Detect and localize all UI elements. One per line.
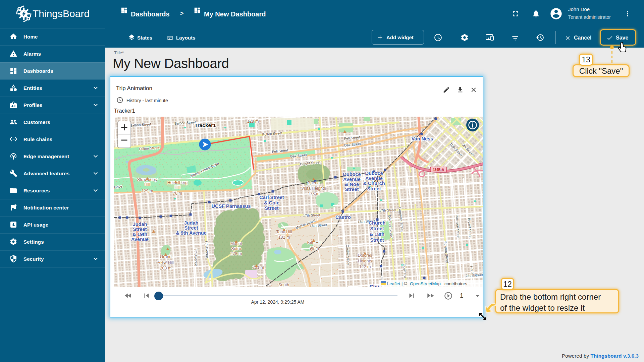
- svg-text:Judah: Judah: [133, 222, 147, 227]
- svg-text:South: South: [278, 283, 289, 287]
- svg-text:contributors: contributors: [444, 281, 467, 286]
- svg-text:129 m: 129 m: [142, 189, 153, 193]
- svg-text:Street: Street: [345, 187, 359, 192]
- svg-text:9th Avenue: 9th Avenue: [194, 249, 198, 266]
- svg-text:Van Ness: Van Ness: [412, 136, 433, 141]
- svg-text:& Church: & Church: [363, 181, 385, 186]
- svg-text:Castro Street: Castro Street: [345, 245, 350, 265]
- svg-text:76 m: 76 m: [173, 191, 182, 196]
- svg-text:Tracker1: Tracker1: [195, 122, 216, 128]
- svg-text:Heights: Heights: [358, 259, 372, 263]
- svg-text:View Hill: View Hill: [158, 260, 174, 265]
- svg-text:Vista Heights: Vista Heights: [301, 186, 326, 191]
- svg-text:Street: Street: [367, 186, 381, 191]
- svg-text:278 m: 278 m: [230, 251, 242, 256]
- svg-text:Church: Church: [369, 220, 386, 226]
- svg-text:& 9th Avenue: & 9th Avenue: [176, 230, 207, 236]
- svg-text:Duboce: Duboce: [343, 172, 361, 177]
- svg-text:434B:A: 434B:A: [433, 168, 444, 172]
- svg-text:Carl Street: Carl Street: [259, 195, 284, 200]
- svg-text:| ©: | ©: [401, 281, 407, 286]
- svg-text:UCSF Parnassus: UCSF Parnassus: [212, 203, 251, 209]
- svg-text:Heidelberg: Heidelberg: [167, 180, 188, 185]
- svg-text:251 m: 251 m: [253, 265, 264, 270]
- svg-text:OpenStreetMap: OpenStreetMap: [410, 281, 441, 286]
- svg-text:Hill: Hill: [144, 182, 150, 187]
- svg-text:& 19th: & 19th: [132, 232, 147, 237]
- svg-text:203 m: 203 m: [160, 266, 172, 270]
- svg-text:Street: Street: [370, 226, 384, 231]
- svg-text:Duboce: Duboce: [365, 171, 383, 176]
- svg-text:Sutro: Sutro: [231, 246, 241, 251]
- svg-text:Avenue: Avenue: [131, 237, 149, 242]
- svg-text:Street: Street: [133, 227, 147, 232]
- svg-text:Street: Street: [370, 237, 384, 243]
- svg-text:Buena: Buena: [308, 181, 320, 185]
- svg-text:Avenue: Avenue: [343, 177, 361, 182]
- svg-text:17th Street: 17th Street: [303, 213, 320, 218]
- svg-text:Judah: Judah: [184, 220, 199, 226]
- svg-text:173 m: 173 m: [308, 191, 320, 196]
- svg-text:Hill: Hill: [174, 185, 180, 190]
- svg-text:& 18th: & 18th: [370, 232, 384, 237]
- svg-text:7th Avenue: 7th Avenue: [205, 240, 209, 258]
- svg-text:17th Street: 17th Street: [379, 208, 396, 213]
- svg-text:128 m: 128 m: [247, 119, 259, 124]
- svg-text:122 m: 122 m: [359, 264, 371, 269]
- svg-text:Castro: Castro: [335, 215, 351, 220]
- svg-text:& Noe: & Noe: [345, 182, 359, 187]
- svg-text:Street: Street: [184, 225, 198, 231]
- svg-text:Street: Street: [265, 205, 278, 211]
- svg-text:Avenue: Avenue: [365, 176, 383, 181]
- svg-text:99 m: 99 m: [310, 246, 319, 251]
- svg-text:Leaflet: Leaflet: [387, 281, 400, 286]
- svg-text:182 m: 182 m: [278, 235, 290, 240]
- svg-text:& Cole: & Cole: [264, 200, 279, 205]
